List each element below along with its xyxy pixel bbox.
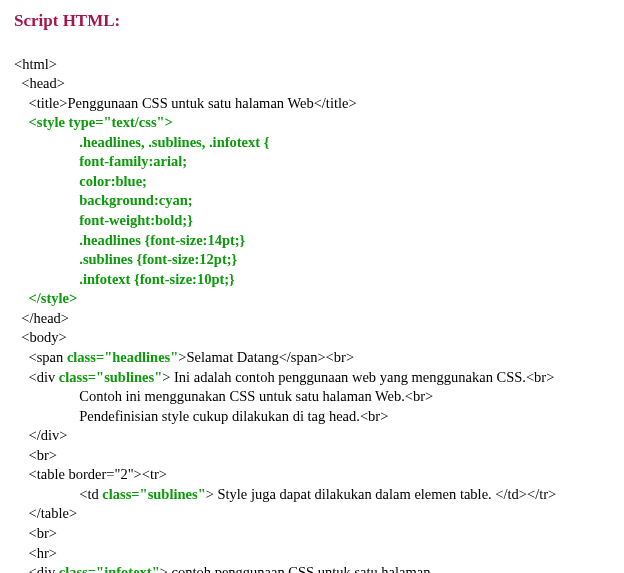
- code-line: <hr>: [14, 545, 57, 561]
- code-line-indent: [14, 114, 29, 130]
- css-rule: font-weight:bold;}: [14, 212, 193, 228]
- class-attr: class="sublines": [102, 486, 205, 502]
- code-line: </div>: [14, 427, 67, 443]
- class-attr: class="infotext": [59, 564, 160, 573]
- code-line: <title>Penggunaan CSS untuk satu halaman…: [14, 95, 357, 111]
- code-line: <br>: [14, 447, 57, 463]
- class-attr: class="headlines": [67, 349, 178, 365]
- section-heading: Script HTML:: [14, 10, 610, 33]
- code-line: Pendefinisian style cukup dilakukan di t…: [14, 408, 388, 424]
- code-line: Contoh ini menggunakan CSS untuk satu ha…: [14, 388, 433, 404]
- code-line: <div: [14, 369, 59, 385]
- code-line-indent: [14, 290, 29, 306]
- css-rule: .infotext {font-size:10pt;}: [14, 271, 235, 287]
- code-line: >Selamat Datang</span><br>: [178, 349, 354, 365]
- code-line: > Ini adalah contoh penggunaan web yang …: [162, 369, 554, 385]
- code-line: <span: [14, 349, 67, 365]
- css-rule: .sublines {font-size:12pt;}: [14, 251, 237, 267]
- code-line: <body>: [14, 329, 67, 345]
- css-rule: .headlines, .sublines, .infotext {: [14, 134, 269, 150]
- code-line: </table>: [14, 505, 77, 521]
- code-line: <div: [14, 564, 59, 573]
- class-attr: class="sublines": [59, 369, 162, 385]
- code-line: <head>: [14, 75, 65, 91]
- css-rule: font-family:arial;: [14, 153, 187, 169]
- code-line: <html>: [14, 56, 57, 72]
- style-close-tag: </style>: [29, 290, 78, 306]
- code-line: <table border="2"><tr>: [14, 466, 167, 482]
- code-line: </head>: [14, 310, 69, 326]
- code-line: <br>: [14, 525, 57, 541]
- css-rule: color:blue;: [14, 173, 147, 189]
- code-line: <td: [14, 486, 102, 502]
- code-line: > contoh penggunaan CSS untuk satu halam…: [160, 564, 431, 573]
- css-rule: .headlines {font-size:14pt;}: [14, 232, 245, 248]
- code-line: > Style juga dapat dilakukan dalam eleme…: [206, 486, 557, 502]
- style-open-tag: <style type="text/css">: [29, 114, 173, 130]
- code-block: <html> <head> <title>Penggunaan CSS untu…: [14, 35, 610, 573]
- css-rule: background:cyan;: [14, 192, 193, 208]
